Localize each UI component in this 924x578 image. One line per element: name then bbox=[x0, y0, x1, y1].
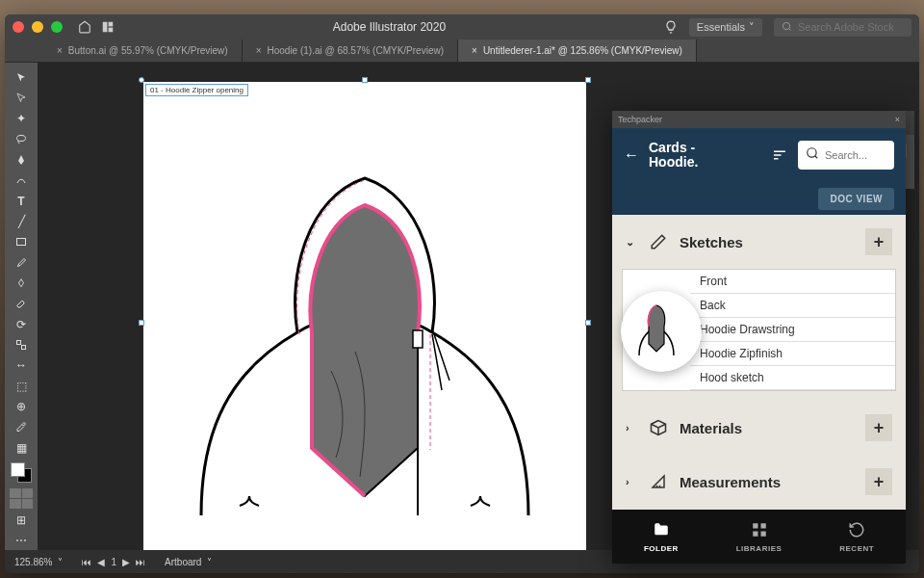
section-materials[interactable]: › Materials + bbox=[612, 401, 906, 455]
tab-label: Untitlederer-1.ai* @ 125.86% (CMYK/Previ… bbox=[483, 45, 682, 56]
page-number: 1 bbox=[111, 557, 116, 567]
grid-icon bbox=[751, 521, 768, 541]
artboard[interactable]: 01 - Hoodie Zipper opening bbox=[143, 82, 586, 550]
plugin-search[interactable] bbox=[798, 141, 894, 170]
tab-close-icon[interactable]: × bbox=[256, 45, 262, 56]
sort-icon[interactable] bbox=[771, 146, 788, 164]
document-tab-active[interactable]: × Untitlederer-1.ai* @ 125.86% (CMYK/Pre… bbox=[458, 39, 697, 62]
curvature-tool[interactable] bbox=[10, 171, 33, 190]
eyedropper-tool[interactable] bbox=[10, 418, 33, 436]
prev-icon[interactable]: ◀ bbox=[97, 557, 105, 567]
add-button[interactable]: + bbox=[865, 228, 892, 255]
pencil-icon bbox=[649, 232, 668, 251]
chevron-down-icon: ˅ bbox=[207, 557, 212, 567]
tab-label: Button.ai @ 55.97% (CMYK/Preview) bbox=[68, 45, 228, 56]
last-icon[interactable]: ⏭ bbox=[136, 557, 145, 567]
add-button[interactable]: + bbox=[865, 414, 892, 441]
workspace-select[interactable]: Essentials ˅ bbox=[689, 18, 762, 37]
triangle-ruler-icon bbox=[649, 472, 668, 491]
svg-rect-21 bbox=[760, 523, 765, 528]
nav-label: FOLDER bbox=[644, 544, 679, 553]
close-window-button[interactable] bbox=[13, 21, 24, 33]
draw-mode-buttons[interactable] bbox=[10, 488, 33, 509]
shaper-tool[interactable]: ◊ bbox=[10, 274, 33, 292]
sketch-item[interactable]: Hood sketch bbox=[690, 366, 895, 390]
home-icon[interactable] bbox=[78, 20, 91, 34]
lightbulb-icon[interactable] bbox=[664, 20, 678, 34]
rectangle-tool[interactable] bbox=[10, 233, 33, 251]
svg-point-4 bbox=[17, 135, 26, 141]
doc-view-row: DOC VIEW bbox=[612, 182, 906, 215]
refresh-icon bbox=[848, 521, 865, 541]
nav-recent[interactable]: RECENT bbox=[808, 510, 906, 564]
shape-builder-tool[interactable]: ⊕ bbox=[10, 397, 33, 415]
sketch-item[interactable]: Back bbox=[690, 294, 895, 318]
sketch-item[interactable]: Front bbox=[690, 270, 895, 294]
selection-tool[interactable] bbox=[10, 68, 33, 87]
free-transform-tool[interactable]: ⬚ bbox=[10, 377, 33, 395]
zoom-select[interactable]: 125.86% ˅ bbox=[14, 557, 63, 567]
sketch-list: Front Back Hoodie Drawstring Hoodie Zipf… bbox=[690, 270, 895, 390]
svg-rect-22 bbox=[753, 531, 757, 536]
direct-selection-tool[interactable] bbox=[10, 89, 33, 107]
chevron-right-icon: › bbox=[626, 422, 637, 434]
search-stock[interactable] bbox=[774, 18, 911, 37]
document-tab[interactable]: × Button.ai @ 55.97% (CMYK/Preview) bbox=[43, 39, 243, 62]
document-tab[interactable]: × Hoodie (1).ai @ 68.57% (CMYK/Preview) bbox=[243, 39, 458, 62]
maximize-window-button[interactable] bbox=[51, 21, 63, 33]
magic-wand-tool[interactable]: ✦ bbox=[10, 110, 33, 128]
fill-color[interactable] bbox=[11, 462, 25, 477]
scale-tool[interactable] bbox=[10, 335, 33, 354]
plugin-header: ← Cards - Hoodie. bbox=[612, 128, 906, 182]
svg-rect-7 bbox=[22, 345, 26, 349]
add-button[interactable]: + bbox=[865, 468, 892, 495]
artboard-label: Artboard bbox=[165, 557, 201, 567]
section-label: Measurements bbox=[680, 474, 781, 490]
nav-libraries[interactable]: LIBRARIES bbox=[710, 510, 808, 564]
first-icon[interactable]: ⏮ bbox=[82, 557, 91, 567]
sketch-content: Front Back Hoodie Drawstring Hoodie Zipf… bbox=[622, 269, 896, 391]
edit-toolbar-button[interactable]: ⋯ bbox=[10, 532, 33, 550]
svg-point-13 bbox=[808, 148, 816, 157]
search-stock-input[interactable] bbox=[798, 21, 904, 33]
rotate-tool[interactable]: ⟳ bbox=[10, 315, 33, 333]
workspace-label: Essentials bbox=[697, 21, 745, 33]
svg-rect-23 bbox=[760, 531, 765, 536]
doc-view-button[interactable]: DOC VIEW bbox=[818, 188, 894, 210]
section-sketches[interactable]: ⌄ Sketches + bbox=[612, 215, 906, 269]
plugin-titlebar[interactable]: Techpacker × bbox=[612, 111, 906, 128]
eraser-tool[interactable] bbox=[10, 295, 33, 313]
cube-icon bbox=[649, 418, 668, 437]
arrange-documents-icon[interactable] bbox=[101, 20, 115, 34]
zoom-value: 125.86% bbox=[14, 557, 52, 567]
lasso-tool[interactable] bbox=[10, 130, 33, 148]
artboard-container: 01 - Hoodie Zipper opening bbox=[143, 82, 586, 550]
line-tool[interactable]: ╱ bbox=[10, 212, 33, 230]
screen-mode-button[interactable]: ⊞ bbox=[10, 511, 33, 529]
chevron-down-icon: ˅ bbox=[749, 21, 755, 34]
left-toolbar: ✦ T ╱ ◊ ⟳ ↔ ⬚ ⊕ ▦ ⊞ ⋯ bbox=[5, 63, 38, 550]
nav-folder[interactable]: FOLDER bbox=[612, 510, 710, 564]
tab-close-icon[interactable]: × bbox=[472, 45, 477, 56]
plugin-bottom-nav: FOLDER LIBRARIES RECENT bbox=[612, 510, 906, 564]
plugin-search-input[interactable] bbox=[825, 149, 883, 161]
width-tool[interactable]: ↔ bbox=[10, 356, 33, 375]
plugin-title-line2: Hoodie. bbox=[649, 155, 698, 170]
gradient-tool[interactable]: ▦ bbox=[10, 438, 33, 457]
back-icon[interactable]: ← bbox=[624, 146, 639, 164]
minimize-window-button[interactable] bbox=[32, 21, 43, 33]
next-icon[interactable]: ▶ bbox=[122, 557, 130, 567]
paintbrush-tool[interactable] bbox=[10, 253, 33, 272]
pen-tool[interactable] bbox=[10, 150, 33, 169]
panel-close-icon[interactable]: × bbox=[895, 115, 900, 124]
section-measurements[interactable]: › Measurements + bbox=[612, 455, 906, 509]
tab-close-icon[interactable]: × bbox=[57, 45, 63, 56]
sketch-item[interactable]: Hoodie Drawstring bbox=[690, 318, 895, 342]
plugin-title: Cards - Hoodie. bbox=[649, 141, 698, 171]
color-swatches[interactable] bbox=[11, 462, 32, 483]
artboard-nav[interactable]: ⏮ ◀ 1 ▶ ⏭ bbox=[82, 557, 145, 567]
titlebar: Adobe Illustrator 2020 Essentials ˅ bbox=[5, 14, 919, 39]
sketch-item[interactable]: Hoodie Zipfinish bbox=[690, 342, 895, 366]
chevron-down-icon: ˅ bbox=[58, 557, 63, 567]
type-tool[interactable]: T bbox=[10, 192, 33, 210]
